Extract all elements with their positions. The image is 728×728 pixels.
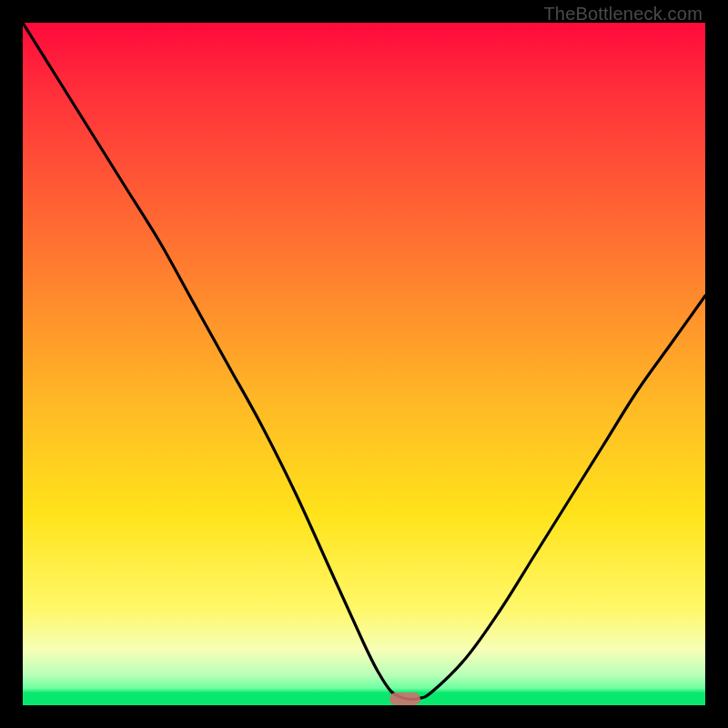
plot-area (23, 23, 705, 705)
chart-frame: TheBottleneck.com (0, 0, 728, 728)
attribution-text: TheBottleneck.com (543, 4, 703, 25)
curve-path (23, 23, 705, 700)
bottleneck-curve (23, 23, 705, 705)
optimal-marker (389, 693, 420, 705)
